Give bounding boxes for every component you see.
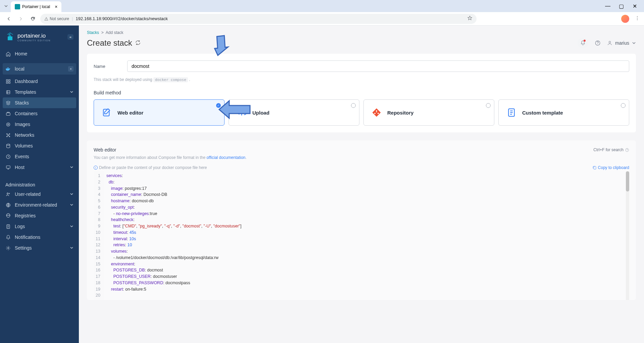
docker-icon [5, 66, 11, 72]
svg-rect-5 [8, 37, 12, 40]
code-editor[interactable]: 1234567891011121314151617181920 services… [94, 171, 629, 300]
editor-scrollbar[interactable] [626, 171, 629, 300]
sidebar-item-environment-related[interactable]: Environment-related [0, 200, 79, 210]
stack-form-card: Name This stack will be deployed using d… [87, 54, 636, 132]
logo-text: portainer.io [17, 33, 51, 39]
sidebar-item-label: Logs [15, 224, 25, 229]
window-maximize-icon[interactable]: ▢ [617, 2, 625, 10]
chevron-down-icon [70, 245, 73, 251]
settings-icon [5, 246, 11, 251]
sidebar-item-networks[interactable]: Networks [0, 130, 79, 140]
logo[interactable]: portainer.io COMMUNITY EDITION « [0, 30, 79, 44]
chevron-down-icon [70, 224, 73, 229]
security-badge[interactable]: Not secure [44, 16, 69, 21]
sidebar-item-settings[interactable]: Settings [0, 243, 79, 253]
svg-rect-11 [6, 82, 7, 83]
info-circle-icon: i [94, 166, 98, 170]
build-method-label: Build method [94, 90, 629, 95]
svg-point-37 [627, 151, 627, 151]
user-icon [5, 192, 11, 197]
svg-point-4 [637, 19, 638, 20]
sidebar-item-events[interactable]: Events [0, 151, 79, 162]
sidebar-item-local[interactable]: local× [3, 63, 76, 75]
chrome-profile-avatar[interactable] [621, 15, 629, 23]
chevron-down-icon [632, 41, 636, 45]
help-button[interactable] [592, 38, 603, 48]
editor-title: Web editor [94, 147, 116, 153]
clipboard-icon [592, 166, 597, 170]
sidebar-item-label: local [15, 66, 24, 72]
radio-icon [621, 103, 626, 108]
sidebar-item-templates[interactable]: Templates [0, 87, 79, 97]
svg-point-1 [46, 19, 47, 20]
sidebar-item-dashboard[interactable]: Dashboard [0, 76, 79, 87]
svg-point-3 [637, 18, 638, 18]
content-area: Stacks > Add stack Create stack [79, 26, 644, 343]
window-minimize-icon[interactable]: — [604, 2, 612, 10]
repository-icon [370, 106, 383, 119]
logs-icon [5, 224, 11, 229]
sidebar-item-label: Templates [15, 89, 36, 95]
env-icon [5, 203, 11, 208]
sidebar-item-stacks[interactable]: Stacks [3, 97, 76, 108]
build-method-web-editor[interactable]: Web editor✓ [94, 99, 225, 126]
tab-close-icon[interactable]: × [55, 4, 57, 9]
sidebar-item-images[interactable]: Images [0, 119, 79, 130]
sidebar-item-logs[interactable]: Logs [0, 221, 79, 232]
build-method-repository[interactable]: Repository [363, 99, 494, 126]
events-icon [5, 154, 11, 159]
sidebar-item-home[interactable]: Home [0, 48, 79, 59]
registries-icon [5, 213, 11, 218]
window-close-icon[interactable]: ✕ [631, 2, 639, 10]
editor-search-hint: Ctrl+F for search [593, 147, 629, 152]
code-content[interactable]: services: db: image: postgres:17 contain… [104, 171, 629, 300]
reload-button[interactable] [28, 14, 38, 24]
svg-point-2 [637, 16, 638, 17]
docs-link[interactable]: official documentation [206, 155, 245, 160]
bookmark-star-icon[interactable] [467, 15, 473, 22]
sidebar-item-user-related[interactable]: User-related [0, 189, 79, 200]
sidebar-collapse-button[interactable]: « [67, 34, 73, 40]
sidebar-item-label: Settings [15, 245, 32, 251]
url-bar[interactable]: Not secure | 192.168.1.18:9000/#!/2/dock… [40, 14, 477, 24]
page-title: Create stack [87, 38, 141, 48]
host-icon [5, 165, 11, 170]
sidebar-item-containers[interactable]: Containers [0, 108, 79, 119]
svg-point-30 [609, 41, 610, 43]
refresh-icon[interactable] [135, 38, 141, 48]
breadcrumb-root[interactable]: Stacks [87, 30, 99, 35]
svg-point-29 [597, 44, 598, 44]
chevron-down-icon [70, 165, 73, 170]
templates-icon [5, 90, 11, 95]
forward-button[interactable] [16, 14, 26, 24]
sidebar-item-notifications[interactable]: Notifications [0, 232, 79, 243]
user-icon [607, 40, 612, 46]
svg-point-16 [6, 123, 10, 126]
env-close-icon[interactable]: × [68, 66, 73, 72]
sidebar-item-registries[interactable]: Registries [0, 210, 79, 221]
chrome-tab-dropdown[interactable] [3, 3, 9, 9]
sidebar-section-admin: Administration [0, 178, 79, 189]
sidebar-item-volumes[interactable]: Volumes [0, 140, 79, 151]
breadcrumb: Stacks > Add stack [79, 26, 644, 35]
volumes-icon [5, 143, 11, 148]
name-input[interactable] [127, 60, 629, 72]
check-icon: ✓ [216, 103, 221, 108]
radio-icon [486, 103, 491, 108]
build-method-upload[interactable]: Upload [229, 99, 359, 126]
build-method-custom-template[interactable]: Custom template [498, 99, 629, 126]
copy-to-clipboard-button[interactable]: Copy to clipboard [592, 165, 629, 170]
stacks-icon [5, 100, 11, 105]
svg-rect-38 [594, 166, 596, 169]
user-menu[interactable]: marius [607, 40, 636, 46]
back-button[interactable] [4, 14, 13, 24]
chrome-menu-icon[interactable] [635, 15, 640, 22]
warning-icon [44, 17, 48, 21]
browser-tab[interactable]: Portainer | local × [11, 1, 61, 12]
containers-icon [5, 111, 11, 116]
notifications-button[interactable] [578, 38, 588, 48]
radio-icon [351, 103, 356, 108]
svg-rect-14 [6, 113, 10, 116]
sidebar-item-host[interactable]: Host [0, 162, 79, 173]
deploy-hint: This stack will be deployed using docker… [94, 76, 629, 83]
